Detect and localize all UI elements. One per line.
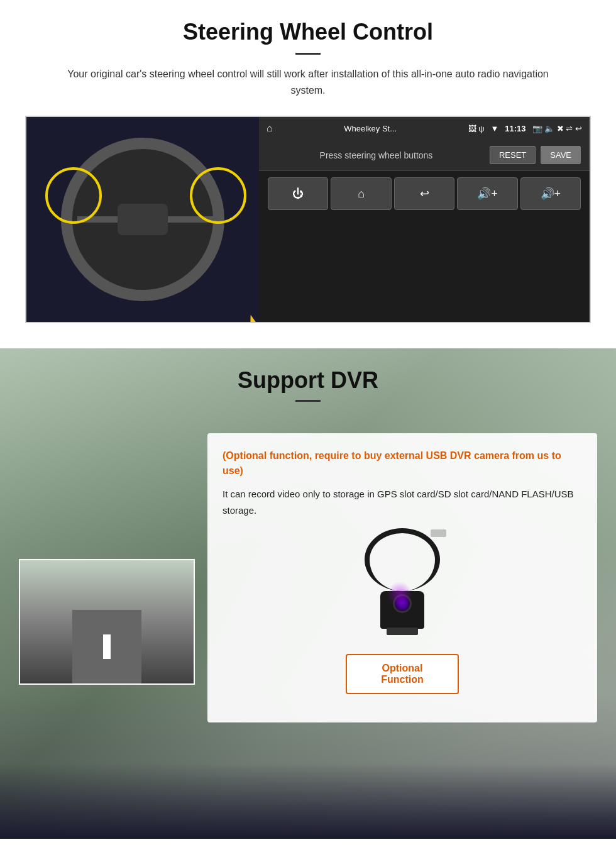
camera-lens-glow — [387, 582, 412, 607]
ctrl-home[interactable]: ⌂ — [331, 177, 391, 210]
ctrl-vol-down[interactable]: 🔊+ — [457, 177, 517, 210]
steering-wheel-section: Steering Wheel Control Your original car… — [0, 0, 616, 348]
steering-title: Steering Wheel Control — [25, 19, 591, 45]
ctrl-power[interactable]: ⏻ — [268, 177, 328, 210]
steering-image-area: ➤ ⌂ Wheelkey St... 🖼 ψ ▼ 11:13 📷 🔈 ✖ ⇌ ↩… — [25, 116, 591, 323]
steering-ui-panel: ⌂ Wheelkey St... 🖼 ψ ▼ 11:13 📷 🔈 ✖ ⇌ ↩ P… — [259, 117, 590, 322]
dvr-optional-note: (Optional function, require to buy exter… — [223, 448, 582, 479]
dvr-section: Support DVR (Optional function, require … — [0, 348, 616, 839]
ui-right-icons: 📷 🔈 ✖ ⇌ ↩ — [532, 124, 582, 133]
dvr-car-silhouette — [0, 763, 616, 839]
dvr-description: It can record video only to storage in G… — [223, 486, 582, 518]
dvr-content-area: (Optional function, require to buy exter… — [0, 421, 616, 735]
camera-usb-plug — [431, 529, 446, 537]
ui-time: 11:13 — [505, 124, 525, 133]
dvr-camera-illustration — [223, 528, 582, 641]
ui-wifi-icon: ▼ — [490, 124, 498, 133]
circle-highlight-right — [190, 167, 246, 224]
dvr-small-preview — [19, 559, 195, 685]
ui-prompt-row: Press steering wheel buttons RESET SAVE — [259, 140, 590, 171]
home-icon: ⌂ — [267, 123, 273, 134]
camera-visual — [333, 528, 471, 641]
dvr-heading: Support DVR — [0, 348, 616, 408]
ctrl-back[interactable]: ↩ — [394, 177, 454, 210]
ui-topbar-media-icons: 🖼 ψ — [468, 124, 485, 133]
dvr-preview-inner — [20, 560, 194, 683]
reset-button[interactable]: RESET — [490, 146, 536, 164]
steering-photo: ➤ — [26, 117, 259, 322]
ui-topbar: ⌂ Wheelkey St... 🖼 ψ ▼ 11:13 📷 🔈 ✖ ⇌ ↩ — [259, 117, 590, 140]
optional-function-button[interactable]: Optional Function — [346, 654, 459, 694]
dvr-info-card: (Optional function, require to buy exter… — [207, 433, 597, 722]
wheel-center — [118, 204, 168, 235]
dvr-title: Support DVR — [0, 367, 616, 394]
ui-controls-row: ⏻ ⌂ ↩ 🔊+ 🔊+ — [259, 171, 590, 216]
ui-app-title: Wheelkey St... — [279, 124, 462, 133]
title-divider — [295, 53, 321, 55]
camera-base — [387, 628, 418, 635]
ui-prompt-text: Press steering wheel buttons — [268, 150, 485, 160]
circle-highlight-left — [45, 167, 102, 224]
preview-road-line — [103, 634, 110, 659]
save-button[interactable]: SAVE — [541, 146, 581, 164]
ctrl-vol-up[interactable]: 🔊+ — [520, 177, 581, 210]
steering-subtitle: Your original car's steering wheel contr… — [63, 66, 553, 98]
dvr-title-divider — [295, 400, 321, 402]
